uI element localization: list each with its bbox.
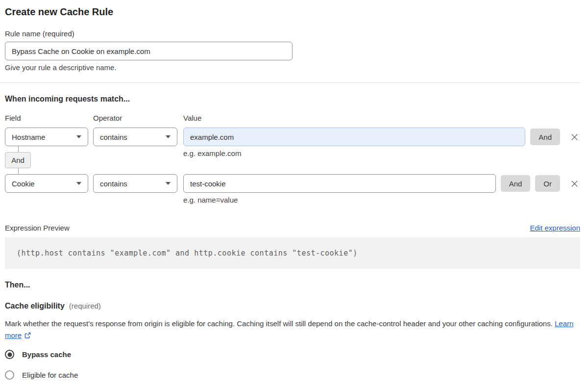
and-button-row-1[interactable]: And [530, 129, 560, 145]
rule-name-input[interactable] [5, 42, 293, 60]
section-divider [0, 82, 580, 83]
field-column-label: Field [5, 114, 93, 123]
value-hint-2: e.g. name=value [183, 196, 580, 205]
operator-column-label: Operator [93, 114, 183, 123]
radio-selected-icon[interactable] [5, 350, 14, 359]
field-select-1[interactable]: Hostname [5, 128, 88, 146]
operator-select-2[interactable]: contains [93, 174, 177, 193]
chevron-down-icon [76, 135, 81, 138]
rule-name-label: Rule name (required) [5, 29, 580, 38]
chevron-down-icon [76, 182, 81, 185]
operator-select-2-value: contains [100, 180, 127, 188]
value-column-label: Value [183, 114, 580, 123]
required-note: (required) [69, 302, 101, 310]
cache-eligibility-header: Cache eligibility (required) [5, 301, 580, 311]
cache-eligibility-description: Mark whether the request’s response from… [5, 318, 580, 341]
then-heading: Then... [5, 280, 580, 289]
remove-condition-2-button[interactable] [568, 178, 580, 189]
value-hint-1: e.g. example.com [183, 149, 241, 158]
connector-and-button[interactable]: And [5, 152, 31, 168]
operator-select-1[interactable]: contains [93, 128, 177, 146]
radio-label: Bypass cache [22, 350, 71, 359]
condition-row-2: Cookie contains And Or [5, 174, 580, 193]
create-cache-rule-page: Create new Cache Rule Rule name (require… [0, 0, 588, 389]
field-select-1-value: Hostname [12, 133, 45, 141]
radio-unselected-icon[interactable] [5, 370, 14, 380]
condition-column-headers: Field Operator Value [5, 114, 580, 123]
external-link-icon [24, 332, 31, 339]
condition-connector: And e.g. example.com [5, 146, 580, 174]
edit-expression-link[interactable]: Edit expression [530, 224, 580, 232]
radio-option-eligible-for-cache[interactable]: Eligible for cache [5, 370, 580, 380]
description-text: Mark whether the request’s response from… [5, 319, 553, 328]
chevron-down-icon [166, 135, 171, 138]
operator-select-1-value: contains [100, 133, 127, 141]
field-select-2-value: Cookie [12, 180, 35, 188]
radio-label: Eligible for cache [22, 371, 78, 379]
match-heading: When incoming requests match... [5, 94, 580, 104]
radio-option-bypass-cache[interactable]: Bypass cache [5, 350, 580, 359]
value-input-1[interactable] [183, 128, 525, 146]
or-button-row-2[interactable]: Or [535, 175, 560, 192]
expression-header: Expression Preview Edit expression [5, 223, 580, 233]
rule-name-helper: Give your rule a descriptive name. [5, 63, 580, 72]
and-button-row-2[interactable]: And [501, 175, 531, 192]
expression-code-block: (http.host contains "example.com" and ht… [5, 237, 580, 269]
chevron-down-icon [166, 182, 171, 185]
close-icon [570, 133, 579, 141]
page-title: Create new Cache Rule [5, 6, 580, 18]
close-icon [570, 180, 579, 188]
value-input-2[interactable] [183, 174, 496, 193]
condition-row-1: Hostname contains And [5, 128, 580, 146]
expression-preview-label: Expression Preview [5, 223, 70, 233]
cache-eligibility-options: Bypass cache Eligible for cache [5, 350, 580, 380]
remove-condition-1-button[interactable] [568, 131, 580, 143]
cache-eligibility-title: Cache eligibility [5, 301, 65, 311]
field-select-2[interactable]: Cookie [5, 174, 88, 193]
